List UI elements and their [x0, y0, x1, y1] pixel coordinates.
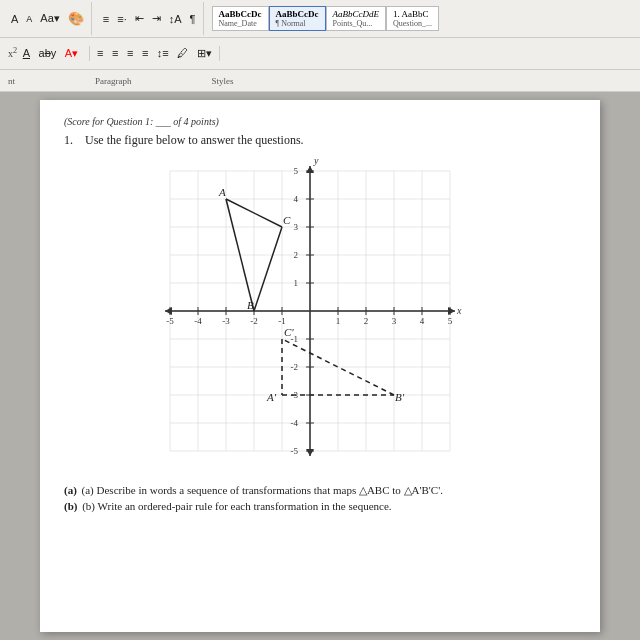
shading-btn[interactable]: 🖊	[174, 46, 191, 60]
line-spacing-btn[interactable]: ↕≡	[154, 46, 172, 60]
svg-marker-27	[306, 449, 314, 456]
svg-text:3: 3	[392, 316, 397, 326]
sort-btn[interactable]: ↕A	[166, 12, 185, 26]
svg-text:3: 3	[294, 222, 299, 232]
svg-text:A: A	[218, 186, 226, 198]
font-aa-btn[interactable]: Aa▾	[37, 11, 62, 26]
svg-text:-4: -4	[291, 418, 299, 428]
svg-text:C: C	[283, 214, 291, 226]
coordinate-graph: -5 -4 -3 -2 -1 1 2 3 4 5 5 4 3 2 1 -1 -2…	[135, 156, 505, 476]
question-b: (b) (b) Write an ordered-pair rule for e…	[64, 500, 576, 512]
svg-text:-2: -2	[250, 316, 258, 326]
svg-text:5: 5	[448, 316, 453, 326]
svg-marker-26	[306, 166, 314, 173]
graph-container: -5 -4 -3 -2 -1 1 2 3 4 5 5 4 3 2 1 -1 -2…	[64, 156, 576, 476]
underline-a-btn[interactable]: A	[20, 46, 33, 60]
font-color-btn[interactable]: 🎨	[65, 10, 87, 27]
question-number: 1.	[64, 133, 73, 147]
toolbar-row1: A A Aa▾ 🎨 ≡ ≡· ⇤ ⇥ ↕A ¶ AaBbCcDc Name_Da…	[0, 0, 640, 38]
svg-text:B: B	[247, 299, 254, 311]
svg-text:y: y	[313, 156, 319, 166]
svg-text:-1: -1	[278, 316, 286, 326]
style-points[interactable]: AaBbCcDdE Points_Qu...	[326, 6, 387, 31]
list-btn[interactable]: ≡	[100, 12, 112, 26]
style-question[interactable]: 1. AaBbC Question_...	[386, 6, 439, 31]
bottom-questions: (a) (a) Describe in words a sequence of …	[64, 484, 576, 512]
toolbar-row2: x2 A aby A▾ ≡ ≡ ≡ ≡ ↕≡ 🖊 ⊞▾	[0, 38, 640, 70]
svg-text:-2: -2	[291, 362, 299, 372]
styles-section: AaBbCcDc Name_Date AaBbCcDc ¶ Normal AaB…	[212, 6, 439, 31]
label-styles: Styles	[212, 76, 234, 86]
svg-text:x: x	[456, 305, 462, 316]
pilcrow-btn[interactable]: ¶	[187, 12, 199, 26]
document-area: (Score for Question 1: ___ of 4 points) …	[0, 92, 640, 640]
superscript-section: x2 A aby A▾	[4, 46, 85, 61]
align-right-btn[interactable]: ≡	[124, 46, 136, 60]
strikethrough-btn[interactable]: aby	[36, 46, 60, 60]
outdent-btn[interactable]: ⇥	[149, 11, 164, 26]
svg-text:-5: -5	[291, 446, 299, 456]
justify-btn[interactable]: ≡	[139, 46, 151, 60]
paragraph-section: ≡ ≡· ⇤ ⇥ ↕A ¶	[96, 2, 204, 35]
svg-text:4: 4	[294, 194, 299, 204]
svg-text:-3: -3	[222, 316, 230, 326]
svg-text:4: 4	[420, 316, 425, 326]
border-btn[interactable]: ⊞▾	[194, 46, 215, 61]
svg-text:2: 2	[364, 316, 369, 326]
labels-row: nt Paragraph Styles	[0, 70, 640, 92]
question-text: 1. Use the figure below to answer the qu…	[64, 133, 576, 148]
font-section: A A Aa▾ 🎨	[4, 2, 92, 35]
svg-text:A': A'	[266, 391, 277, 403]
font-color2-btn[interactable]: A▾	[62, 46, 81, 61]
list2-btn[interactable]: ≡·	[114, 12, 129, 26]
svg-text:1: 1	[336, 316, 341, 326]
score-line: (Score for Question 1: ___ of 4 points)	[64, 116, 576, 127]
svg-marker-23	[448, 307, 455, 315]
svg-text:-4: -4	[194, 316, 202, 326]
question-body: Use the figure below to answer the quest…	[85, 133, 304, 147]
indent-btn[interactable]: ⇤	[132, 11, 147, 26]
svg-text:2: 2	[294, 250, 299, 260]
svg-marker-24	[165, 307, 172, 315]
align-left-btn[interactable]: ≡	[94, 46, 106, 60]
style-normal[interactable]: AaBbCcDc ¶ Normal	[269, 6, 326, 31]
style-name-date[interactable]: AaBbCcDc Name_Date	[212, 6, 269, 31]
label-paragraph: Paragraph	[95, 76, 131, 86]
align-section: ≡ ≡ ≡ ≡ ↕≡ 🖊 ⊞▾	[89, 46, 220, 61]
svg-text:1: 1	[294, 278, 299, 288]
svg-text:5: 5	[294, 166, 299, 176]
svg-text:B': B'	[395, 391, 405, 403]
svg-text:-5: -5	[166, 316, 174, 326]
font-size-a2-btn[interactable]: A	[23, 13, 35, 25]
font-size-a-btn[interactable]: A	[8, 12, 21, 26]
question-a: (a) (a) Describe in words a sequence of …	[64, 484, 576, 497]
svg-line-51	[254, 227, 282, 311]
page: (Score for Question 1: ___ of 4 points) …	[40, 100, 600, 632]
svg-text:C': C'	[284, 326, 294, 338]
align-center-btn[interactable]: ≡	[109, 46, 121, 60]
label-nt: nt	[8, 76, 15, 86]
